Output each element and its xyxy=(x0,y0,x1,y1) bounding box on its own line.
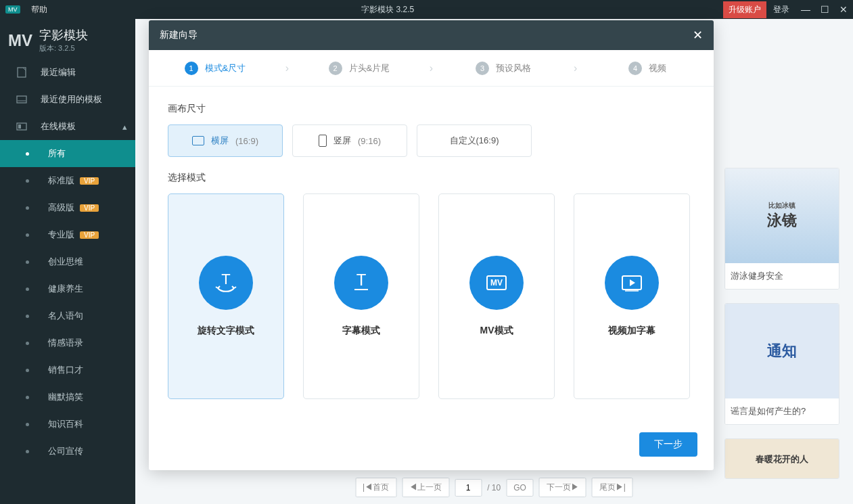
sidebar-sub-item[interactable]: 销售口才 xyxy=(0,357,135,384)
wizard-step[interactable]: 3预设风格 xyxy=(437,62,570,75)
size-ratio: (9:16) xyxy=(358,136,381,146)
thumbnail-caption: 谣言是如何产生的? xyxy=(725,398,839,424)
last-page-button[interactable]: 尾页▶| xyxy=(592,478,633,497)
bullet-icon xyxy=(26,233,29,237)
maximize-icon[interactable]: ☐ xyxy=(815,4,834,15)
mode-label: 视频加字幕 xyxy=(608,325,655,337)
logo: MV 字影模块 版本: 3.2.5 xyxy=(0,19,135,59)
chevron-right-icon: › xyxy=(570,62,581,74)
canvas-size-option[interactable]: 竖屏(9:16) xyxy=(292,124,407,157)
svg-text:MV: MV xyxy=(490,278,503,288)
step-label: 片头&片尾 xyxy=(349,62,390,74)
logo-text: MV xyxy=(8,31,32,50)
mode-option[interactable]: T字幕模式 xyxy=(303,193,419,399)
mode-label: MV模式 xyxy=(480,325,513,337)
chevron-up-icon: ▴ xyxy=(122,122,127,132)
bullet-icon xyxy=(26,423,29,426)
sidebar-sub-item[interactable]: 健康养生 xyxy=(0,275,135,302)
vip-badge: VIP xyxy=(80,177,99,185)
step-number: 4 xyxy=(628,62,642,75)
online-icon xyxy=(15,120,28,133)
template-card[interactable]: 通知 谣言是如何产生的? xyxy=(724,303,839,425)
sidebar-item-recent-templates[interactable]: 最近使用的模板 xyxy=(0,86,135,113)
sidebar-sub-label: 所有 xyxy=(48,147,66,160)
step-number: 1 xyxy=(185,62,198,75)
sidebar: MV 字影模块 版本: 3.2.5 最近编辑 最近使用的模板 在线模板 ▴ 所有… xyxy=(0,19,135,504)
sidebar-sub-item[interactable]: 标准版VIP xyxy=(0,167,135,194)
dialog-title: 新建向导 xyxy=(160,29,198,41)
first-page-button[interactable]: |◀首页 xyxy=(355,478,396,497)
sidebar-sub-label: 公司宣传 xyxy=(48,445,83,457)
rotate-text-icon: T xyxy=(199,256,253,310)
bullet-icon xyxy=(26,342,29,345)
sidebar-sub-item[interactable]: 专业版VIP xyxy=(0,221,135,248)
thumbnail-image: 通知 xyxy=(725,304,839,398)
bullet-icon xyxy=(26,152,29,156)
app-name: 字影模块 xyxy=(39,27,88,43)
upgrade-button[interactable]: 升级账户 xyxy=(723,1,766,18)
chevron-right-icon: › xyxy=(425,62,437,74)
app-version: 版本: 3.2.5 xyxy=(39,43,88,53)
video-icon xyxy=(605,256,659,310)
template-thumbnails: 比如冰镇 泳镜 游泳健身安全 通知 谣言是如何产生的? 春暖花开的人 xyxy=(724,168,839,492)
mode-option[interactable]: 视频加字幕 xyxy=(574,193,690,399)
login-button[interactable]: 登录 xyxy=(766,4,796,16)
wizard-step[interactable]: 1模式&尺寸 xyxy=(149,62,281,75)
size-label: 竖屏 xyxy=(333,135,351,147)
prev-page-button[interactable]: ◀上一页 xyxy=(402,478,449,497)
pagination: |◀首页 ◀上一页 / 10 GO 下一页▶ 尾页▶| xyxy=(355,478,633,497)
portrait-icon xyxy=(319,135,327,147)
step-label: 视频 xyxy=(649,62,666,74)
sidebar-sub-item[interactable]: 情感语录 xyxy=(0,329,135,357)
sidebar-sub-item[interactable]: 幽默搞笑 xyxy=(0,384,135,411)
close-dialog-icon[interactable]: ✕ xyxy=(693,28,703,43)
sidebar-sub-item[interactable]: 高级版VIP xyxy=(0,194,135,221)
wizard-step[interactable]: 4视频 xyxy=(581,62,714,75)
mode-option[interactable]: T旋转文字模式 xyxy=(168,193,284,399)
step-number: 3 xyxy=(476,62,489,75)
mode-option[interactable]: MVMV模式 xyxy=(438,193,555,399)
minimize-icon[interactable]: — xyxy=(796,4,815,15)
go-button[interactable]: GO xyxy=(506,479,534,497)
new-wizard-dialog: 新建向导 ✕ 1模式&尺寸›2片头&片尾›3预设风格›4视频 画布尺寸 横屏(1… xyxy=(149,20,714,470)
canvas-size-option[interactable]: 自定义(16:9) xyxy=(417,124,532,157)
sidebar-item-online-templates[interactable]: 在线模板 ▴ xyxy=(0,113,135,140)
next-page-button[interactable]: 下一页▶ xyxy=(539,478,586,497)
bullet-icon xyxy=(26,450,29,453)
sidebar-sub-item[interactable]: 创业思维 xyxy=(0,248,135,275)
sidebar-sub-item[interactable]: 所有 xyxy=(0,140,135,167)
sidebar-item-recent-edit[interactable]: 最近编辑 xyxy=(0,59,135,86)
close-icon[interactable]: ✕ xyxy=(834,4,853,15)
svg-text:T: T xyxy=(356,271,367,289)
document-icon xyxy=(15,66,28,79)
text-icon: T xyxy=(334,256,388,310)
sidebar-item-label: 在线模板 xyxy=(41,120,76,133)
canvas-size-title: 画布尺寸 xyxy=(168,103,695,115)
thumbnail-image: 春暖花开的人 xyxy=(725,439,839,479)
sidebar-sub-item[interactable]: 公司宣传 xyxy=(0,438,135,465)
size-label: 自定义(16:9) xyxy=(450,135,499,147)
sidebar-sub-item[interactable]: 名人语句 xyxy=(0,302,135,329)
mode-label: 字幕模式 xyxy=(342,325,380,337)
app-badge: MV xyxy=(5,5,20,14)
sidebar-sub-item[interactable]: 知识百科 xyxy=(0,411,135,438)
page-input[interactable] xyxy=(455,479,482,497)
template-card[interactable]: 比如冰镇 泳镜 游泳健身安全 xyxy=(724,168,839,290)
help-menu[interactable]: 帮助 xyxy=(26,4,53,16)
next-button[interactable]: 下一步 xyxy=(639,432,697,457)
bullet-icon xyxy=(26,315,29,318)
wizard-steps: 1模式&尺寸›2片头&片尾›3预设风格›4视频 xyxy=(149,50,714,87)
chevron-right-icon: › xyxy=(281,62,293,74)
mv-icon: MV xyxy=(469,256,524,310)
step-label: 模式&尺寸 xyxy=(205,62,246,74)
thumbnail-image: 比如冰镇 泳镜 xyxy=(725,168,839,263)
canvas-size-option[interactable]: 横屏(16:9) xyxy=(168,124,283,157)
sidebar-sub-label: 创业思维 xyxy=(48,256,83,268)
template-card[interactable]: 春暖花开的人 xyxy=(724,438,839,479)
step-number: 2 xyxy=(329,62,342,75)
vip-badge: VIP xyxy=(80,231,99,239)
wizard-step[interactable]: 2片头&片尾 xyxy=(293,62,425,75)
sidebar-sub-label: 知识百科 xyxy=(48,418,83,430)
bullet-icon xyxy=(26,288,29,291)
sidebar-item-label: 最近使用的模板 xyxy=(41,93,102,106)
